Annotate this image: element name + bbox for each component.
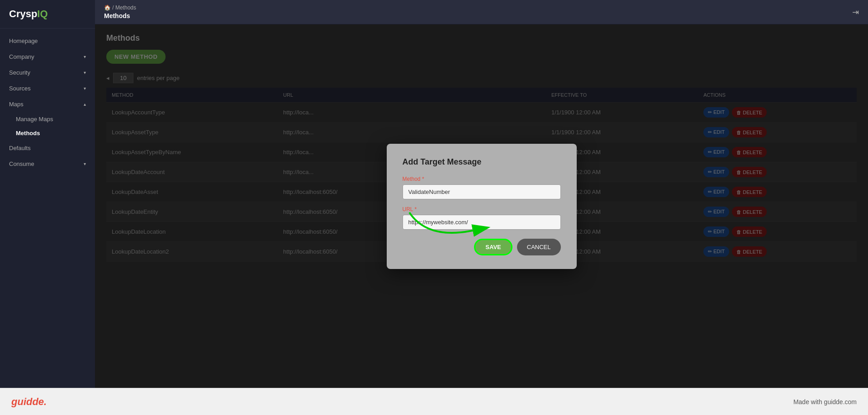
sidebar-item-label: Consume <box>9 160 34 167</box>
sub-item-label: Manage Maps <box>16 116 53 123</box>
top-bar-left: 🏠 / Methods Methods <box>104 5 136 19</box>
modal-title: Add Target Message <box>403 157 561 167</box>
modal-overlay: Add Target Message Method * URL * <box>95 24 868 388</box>
sidebar-item-label: Company <box>9 53 34 60</box>
sidebar: CryspIQ Homepage Company ▾ Security ▾ So… <box>0 0 95 388</box>
save-button[interactable]: SAVE <box>474 239 512 255</box>
chevron-icon: ▾ <box>84 86 86 91</box>
sidebar-item-homepage[interactable]: Homepage <box>0 33 95 49</box>
breadcrumb-separator: / <box>112 5 115 11</box>
method-required-marker: * <box>422 176 424 182</box>
sidebar-item-methods[interactable]: Methods <box>0 126 95 140</box>
footer-logo: guidde. <box>11 396 47 408</box>
main-content: 🏠 / Methods Methods ⇥ Methods NEW METHOD… <box>95 0 868 388</box>
sidebar-item-sources[interactable]: Sources ▾ <box>0 80 95 96</box>
url-field-group: URL * <box>403 206 561 230</box>
add-target-message-modal: Add Target Message Method * URL * <box>387 144 577 269</box>
sidebar-nav: Homepage Company ▾ Security ▾ Sources ▾ … <box>0 28 95 388</box>
sidebar-item-defaults[interactable]: Defaults <box>0 140 95 156</box>
url-input[interactable] <box>403 215 561 230</box>
sidebar-item-label: Security <box>9 69 30 76</box>
breadcrumb-page: Methods <box>115 5 136 11</box>
top-bar: 🏠 / Methods Methods ⇥ <box>95 0 868 24</box>
sidebar-item-label: Maps <box>9 101 24 108</box>
url-label: URL * <box>403 206 561 212</box>
user-icon[interactable]: ⇥ <box>852 7 859 17</box>
method-input[interactable] <box>403 184 561 199</box>
cancel-button[interactable]: CANCEL <box>517 239 561 255</box>
footer-tagline: Made with guidde.com <box>793 398 857 406</box>
url-required-marker: * <box>414 206 417 212</box>
sidebar-item-manage-maps[interactable]: Manage Maps <box>0 112 95 126</box>
sidebar-item-company[interactable]: Company ▾ <box>0 49 95 65</box>
sidebar-item-label: Defaults <box>9 145 31 151</box>
content-area: Methods NEW METHOD ◂ entries per page ME… <box>95 24 868 388</box>
sub-item-label: Methods <box>16 130 40 137</box>
sidebar-item-label: Sources <box>9 85 31 92</box>
method-label: Method * <box>403 176 561 182</box>
chevron-icon: ▾ <box>84 161 86 166</box>
chevron-icon: ▾ <box>84 54 86 59</box>
app-logo: CryspIQ <box>9 8 86 20</box>
breadcrumb: 🏠 / Methods <box>104 5 136 11</box>
modal-actions: SAVE CANCEL <box>403 239 561 255</box>
sidebar-item-maps[interactable]: Maps ▴ <box>0 96 95 112</box>
method-field-group: Method * <box>403 176 561 199</box>
page-title: Methods <box>104 12 136 19</box>
chevron-icon: ▾ <box>84 70 86 75</box>
sidebar-item-label: Homepage <box>9 38 38 44</box>
sidebar-item-consume[interactable]: Consume ▾ <box>0 156 95 172</box>
logo-area: CryspIQ <box>0 0 95 28</box>
sidebar-item-security[interactable]: Security ▾ <box>0 65 95 80</box>
home-icon: 🏠 <box>104 5 111 11</box>
footer: guidde. Made with guidde.com <box>0 388 868 415</box>
chevron-icon: ▴ <box>84 102 86 107</box>
